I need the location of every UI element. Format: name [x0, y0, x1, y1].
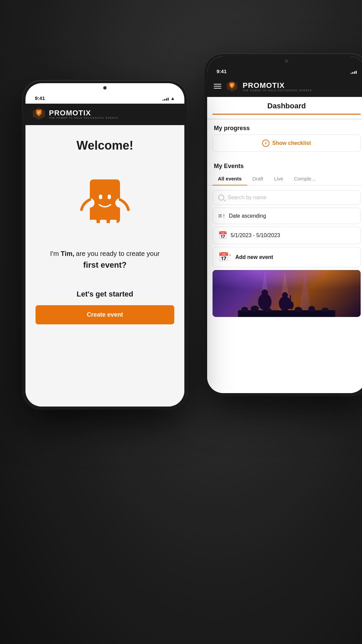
date-range-label: 5/1/2023 - 5/10/2023 — [231, 232, 280, 238]
im-text: I'm — [50, 250, 61, 257]
logo-subtext-2: THE POWER TO HOLD SUCCESSFUL EVENTS — [243, 89, 312, 92]
svg-point-27 — [295, 307, 302, 312]
my-events-title: My Events — [207, 157, 362, 172]
show-checklist-text: Show checklist — [272, 140, 311, 146]
signal-bar-d3 — [354, 71, 355, 74]
sort-icon: ≡↑ — [218, 212, 226, 220]
hamburger-line-2 — [214, 86, 221, 87]
svg-rect-7 — [100, 220, 107, 226]
dashboard-title: Dashboard — [213, 102, 361, 115]
first-event-text: first event? — [83, 260, 126, 270]
dashboard-content: Dashboard My progress + Show checklist M… — [207, 97, 362, 393]
svg-point-26 — [265, 308, 272, 313]
concert-silhouette-icon — [213, 270, 361, 317]
status-icons-1: ▲ — [163, 96, 175, 101]
tab-live[interactable]: Live — [268, 172, 289, 185]
logo-text-1: PROMOTIX — [49, 109, 118, 117]
signal-bar-d1 — [351, 73, 352, 74]
camera-1 — [103, 86, 107, 90]
svg-point-18 — [261, 289, 268, 296]
my-progress-title: My progress — [207, 119, 362, 135]
welcome-body-text: I'm Tim, are you ready to create your — [50, 250, 160, 258]
app-header-2: PROMOTIX THE POWER TO HOLD SUCCESSFUL EV… — [207, 77, 362, 97]
svg-rect-2 — [38, 113, 39, 114]
camera-2 — [285, 59, 288, 63]
hamburger-line-1 — [214, 84, 221, 85]
progress-card[interactable]: + Show checklist — [213, 135, 361, 152]
phone-shell-2: 9:41 — [204, 54, 362, 396]
notch-1 — [85, 83, 125, 93]
svg-point-28 — [308, 306, 315, 312]
welcome-content: Welcome! — [25, 125, 184, 407]
wifi-icon-1: ▲ — [170, 96, 175, 101]
signal-bars-1 — [163, 96, 169, 101]
phone-screen-2: 9:41 — [207, 56, 362, 393]
svg-rect-22 — [290, 295, 291, 307]
tab-all-events[interactable]: All events — [213, 172, 247, 185]
status-time-2: 9:41 — [217, 68, 227, 74]
hamburger-line-3 — [214, 88, 221, 89]
concert-image — [213, 270, 361, 317]
svg-rect-9 — [99, 195, 102, 199]
svg-point-25 — [251, 306, 259, 312]
svg-point-20 — [282, 292, 288, 298]
svg-rect-23 — [238, 310, 335, 317]
logo-text-group-2: PROMOTIX THE POWER TO HOLD SUCCESSFUL EV… — [243, 81, 312, 92]
svg-rect-1 — [38, 112, 40, 112]
signal-bars-2 — [351, 69, 357, 74]
events-tabs: All events Draft Live Comple... — [207, 172, 362, 185]
date-range-box[interactable]: 📅 5/1/2023 - 5/10/2023 — [213, 227, 361, 244]
lets-started-text: Let's get started — [76, 290, 133, 299]
logo-icon-2 — [226, 80, 238, 92]
create-event-button[interactable]: Create event — [36, 305, 174, 324]
app-header-1: PROMOTIX THE POWER TO HOLD SUCCESSFUL EV… — [25, 104, 184, 125]
phone-dashboard: 9:41 — [204, 54, 362, 396]
dashboard-title-container: Dashboard — [207, 97, 362, 119]
add-event-box[interactable]: 📅+ Add new event — [213, 247, 361, 267]
search-icon — [218, 195, 224, 201]
sort-label: Date ascending — [229, 213, 266, 219]
phone-shell-1: 9:41 ▲ — [23, 80, 187, 409]
search-box[interactable]: Search by name — [213, 190, 361, 205]
hamburger-menu-icon[interactable] — [214, 84, 221, 89]
tim-name: Tim, — [61, 250, 74, 257]
signal-bar-d2 — [352, 72, 353, 74]
status-time-1: 9:41 — [35, 95, 45, 101]
logo-icon-1 — [32, 107, 46, 120]
signal-bar-3 — [166, 98, 167, 101]
svg-rect-6 — [90, 220, 97, 226]
logo-text-group-1: PROMOTIX THE POWER TO HOLD SUCCESSFUL EV… — [49, 109, 118, 119]
add-calendar-icon: 📅+ — [218, 252, 231, 262]
notch-2 — [266, 56, 307, 66]
welcome-title: Welcome! — [76, 139, 133, 153]
signal-bar-d4 — [356, 71, 357, 74]
phone-screen-1: 9:41 ▲ — [25, 83, 184, 407]
svg-point-29 — [322, 308, 328, 312]
status-icons-2 — [351, 69, 357, 74]
search-placeholder: Search by name — [228, 195, 267, 201]
add-event-label: Add new event — [235, 254, 273, 260]
signal-bar-4 — [168, 98, 169, 101]
tim-mascot-icon — [71, 166, 138, 240]
svg-point-24 — [241, 307, 248, 312]
calendar-icon: 📅 — [218, 231, 227, 240]
svg-rect-3 — [90, 179, 120, 223]
ready-text: are you ready to create your — [76, 250, 160, 257]
phone-welcome: 9:41 ▲ — [23, 80, 187, 409]
svg-rect-13 — [231, 86, 232, 86]
tab-draft[interactable]: Draft — [247, 172, 269, 185]
signal-bar-1 — [163, 100, 164, 101]
logo-subtext-1: THE POWER TO HOLD SUCCESSFUL EVENTS — [49, 117, 118, 119]
tab-completed[interactable]: Comple... — [289, 172, 321, 185]
plus-circle-icon: + — [262, 140, 269, 147]
svg-rect-12 — [231, 85, 233, 85]
event-card[interactable] — [213, 270, 361, 317]
logo-text-2: PROMOTIX — [243, 81, 312, 90]
signal-bar-2 — [164, 99, 165, 101]
mascot-container — [71, 166, 138, 233]
sort-box[interactable]: ≡↑ Date ascending — [213, 208, 361, 224]
svg-rect-10 — [108, 195, 111, 199]
svg-rect-8 — [110, 220, 117, 226]
